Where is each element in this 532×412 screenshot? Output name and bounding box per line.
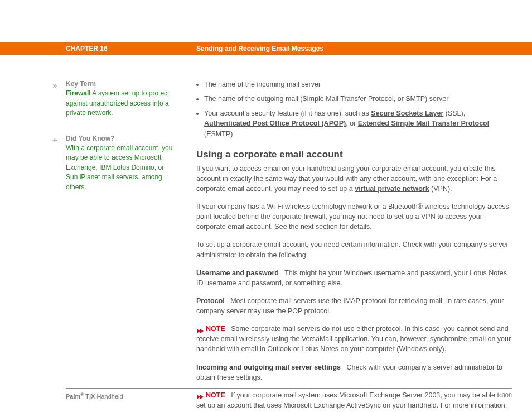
did-you-know-body: With a corporate email account, you may … — [66, 144, 172, 191]
link-ssl[interactable]: Secure Sockets Layer — [371, 109, 443, 117]
def-label-protocol: Protocol — [196, 297, 225, 305]
list-item: Your account's security feature (if it h… — [204, 108, 512, 138]
product-name: Palm® T|X Handheld — [66, 392, 123, 400]
page-number: 308 — [502, 392, 512, 400]
definition: Incoming and outgoing mail server settin… — [196, 362, 512, 382]
bullet-text: The name of the incoming mail server — [204, 80, 321, 88]
p1-post: (VPN). — [429, 185, 452, 193]
link-vpn[interactable]: virtual private network — [355, 185, 429, 193]
note-label: NOTE — [206, 325, 225, 333]
product-type: Handheld — [95, 393, 123, 400]
link-esmtp[interactable]: Extended Simple Mail Transfer Protocol — [358, 119, 489, 127]
did-you-know-heading: Did You Know? — [66, 135, 115, 142]
bullet-text-pre: Your account's security feature (if it h… — [204, 109, 371, 117]
list-item: The name of the incoming mail server — [204, 79, 512, 89]
link-apop[interactable]: Authenticated Post Office Protocol (APOP… — [204, 119, 346, 127]
bullet-text: The name of the outgoing mail (Simple Ma… — [204, 95, 448, 103]
bullet-text-post: (ESMTP) — [204, 130, 233, 138]
page-header: CHAPTER 16 Sending and Receiving Email M… — [0, 42, 532, 55]
definition: Protocol Most corporate mail servers use… — [196, 296, 512, 316]
header-right-accent — [512, 42, 532, 55]
header-main: CHAPTER 16 Sending and Receiving Email M… — [66, 42, 512, 55]
def-body-protocol: Most corporate mail servers use the IMAP… — [196, 297, 504, 315]
definition: Username and password This might be your… — [196, 268, 512, 288]
bullet-text-mid1: (SSL), — [443, 109, 465, 117]
paragraph: To set up a corporate email account, you… — [196, 239, 512, 260]
key-term-heading: Key Term — [66, 80, 96, 88]
sidebar: » Key Term Firewall A system set up to p… — [66, 79, 196, 412]
note-body: Some corporate mail servers do not use e… — [196, 325, 511, 353]
chapter-label: CHAPTER 16 — [66, 45, 196, 52]
def-label-servers: Incoming and outgoing mail server settin… — [196, 363, 341, 371]
bullet-text-mid2: , or — [346, 119, 358, 127]
product-model: T|X — [84, 393, 95, 400]
note: NOTE Some corporate mail servers do not … — [196, 324, 512, 354]
product-brand: Palm — [66, 393, 80, 400]
key-term-term: Firewall — [66, 89, 91, 97]
page-footer: Palm® T|X Handheld 308 — [66, 392, 512, 400]
chapter-title: Sending and Receiving Email Messages — [196, 45, 323, 52]
key-term-marker-icon: » — [52, 79, 57, 92]
did-you-know-marker-icon: + — [52, 134, 57, 146]
def-label-username: Username and password — [196, 269, 279, 277]
main-content: The name of the incoming mail server The… — [196, 79, 512, 412]
paragraph: If you want to access email on your hand… — [196, 164, 512, 194]
footer-rule — [66, 388, 512, 389]
bullet-list: The name of the incoming mail server The… — [196, 79, 512, 139]
note-icon — [196, 327, 204, 332]
paragraph: If your company has a Wi-Fi wireless tec… — [196, 202, 512, 232]
list-item: The name of the outgoing mail (Simple Ma… — [204, 94, 512, 104]
header-left-accent — [0, 42, 66, 55]
key-term-block: » Key Term Firewall A system set up to p… — [66, 79, 177, 118]
section-heading: Using a corporate email account — [196, 149, 512, 160]
did-you-know-block: + Did You Know? With a corporate email a… — [66, 134, 177, 192]
